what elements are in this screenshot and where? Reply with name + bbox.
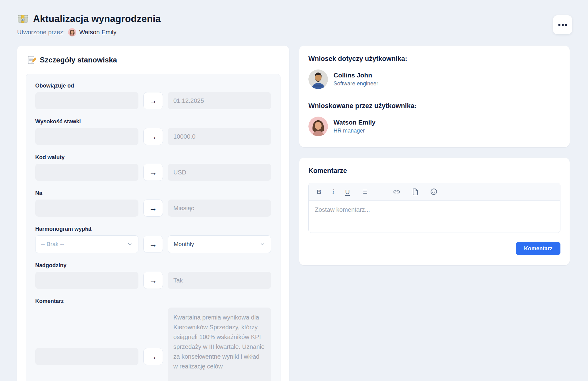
- page-title: Aktualizacja wynagrodzenia: [33, 13, 161, 24]
- comment-editor: B i U: [308, 183, 560, 233]
- editor-toolbar: B i U: [309, 183, 560, 201]
- arrow-right-icon: →: [149, 96, 157, 106]
- requester-user-name: Watson Emily: [334, 119, 375, 126]
- avatar: [68, 28, 76, 36]
- old-value-input[interactable]: [35, 200, 138, 217]
- field-label: Harmonogram wypłat: [35, 226, 271, 232]
- arrow-right-button[interactable]: →: [143, 348, 163, 365]
- chevron-down-icon: [127, 241, 133, 247]
- arrow-right-icon: →: [149, 168, 157, 177]
- new-value-input[interactable]: [168, 272, 271, 289]
- created-by-name: Watson Emily: [79, 29, 117, 36]
- arrow-right-icon: →: [149, 132, 157, 141]
- arrow-right-icon: →: [149, 240, 157, 249]
- comments-title: Komentarze: [308, 167, 560, 175]
- arrow-right-button[interactable]: →: [143, 236, 163, 253]
- select-value: -- Brak --: [41, 241, 64, 248]
- emoji-icon[interactable]: [430, 188, 438, 196]
- new-value-input[interactable]: [168, 200, 271, 217]
- requester-user-row: Watson Emily HR manager: [308, 117, 560, 136]
- requester-heading: Wnioskowane przez użytkownika:: [308, 102, 560, 110]
- target-user-role: Software engineer: [334, 80, 378, 87]
- field-label: Nadgodziny: [35, 262, 271, 269]
- arrow-right-icon: →: [149, 352, 157, 361]
- old-value-input[interactable]: [35, 164, 138, 181]
- link-icon[interactable]: [393, 188, 401, 196]
- new-value-input[interactable]: [168, 128, 271, 145]
- underline-icon[interactable]: U: [345, 188, 350, 196]
- field-effective-date: Obowiązuje od →: [35, 83, 271, 109]
- right-column: Wniosek dotyczy użytkownika: Collins Joh…: [299, 46, 570, 265]
- arrow-right-icon: →: [149, 204, 157, 213]
- arrow-right-button[interactable]: →: [143, 92, 163, 109]
- field-pay-schedule: Harmonogram wypłat -- Brak -- → Monthly: [35, 226, 271, 253]
- created-by-label: Utworzone przez:: [17, 29, 65, 36]
- avatar: [308, 69, 328, 89]
- chevron-down-icon: [260, 241, 265, 247]
- new-value-textarea[interactable]: [168, 308, 271, 381]
- field-label: Wysokość stawki: [35, 118, 271, 125]
- field-rate-amount: Wysokość stawki →: [35, 118, 271, 145]
- field-label: Kod waluty: [35, 154, 271, 161]
- requester-user-role: HR manager: [334, 128, 375, 134]
- ellipsis-icon: [558, 24, 560, 26]
- submit-comment-button[interactable]: Komentarz: [516, 242, 560, 255]
- svg-text:$: $: [22, 18, 24, 21]
- old-value-input[interactable]: [35, 128, 138, 145]
- avatar: [308, 117, 328, 136]
- arrow-right-icon: →: [149, 276, 157, 285]
- old-value-input[interactable]: [35, 92, 138, 109]
- memo-pencil-icon: [27, 55, 36, 65]
- old-value-input[interactable]: [35, 348, 138, 365]
- field-label: Na: [35, 190, 271, 196]
- target-user-heading: Wniosek dotyczy użytkownika:: [308, 55, 560, 63]
- comments-card: Komentarze B i U: [299, 158, 570, 265]
- bullet-list-icon[interactable]: [361, 188, 368, 196]
- banknote-icon: $: [17, 15, 29, 23]
- arrow-right-button[interactable]: →: [143, 272, 163, 289]
- position-details-card: Szczegóły stanowiska Obowiązuje od → Wys…: [17, 46, 289, 381]
- arrow-right-button[interactable]: →: [143, 164, 163, 181]
- details-card-title: Szczegóły stanowiska: [40, 56, 117, 64]
- arrow-right-button[interactable]: →: [143, 128, 163, 145]
- details-panel: Obowiązuje od → Wysokość stawki → Kod wa: [26, 74, 281, 381]
- field-per-period: Na →: [35, 190, 271, 217]
- select-value: Monthly: [174, 241, 194, 248]
- target-user-row: Collins John Software engineer: [308, 69, 560, 89]
- attachment-file-icon[interactable]: [412, 188, 419, 196]
- arrow-right-button[interactable]: →: [143, 200, 163, 217]
- italic-icon[interactable]: i: [332, 188, 334, 196]
- field-currency-code: Kod waluty →: [35, 154, 271, 181]
- field-overtime: Nadgodziny →: [35, 262, 271, 289]
- more-options-button[interactable]: [553, 15, 572, 34]
- field-comment: Komentarz →: [35, 298, 271, 381]
- new-value-input[interactable]: [168, 92, 271, 109]
- main-content: Szczegóły stanowiska Obowiązuje od → Wys…: [0, 46, 588, 381]
- old-value-input[interactable]: [35, 272, 138, 289]
- bold-icon[interactable]: B: [317, 188, 321, 196]
- page-header: $ Aktualizacja wynagrodzenia Utworzone p…: [0, 0, 588, 36]
- request-users-card: Wniosek dotyczy użytkownika: Collins Joh…: [299, 46, 570, 147]
- field-label: Obowiązuje od: [35, 83, 271, 89]
- target-user-name: Collins John: [334, 72, 378, 79]
- new-value-select[interactable]: Monthly: [168, 235, 271, 253]
- field-label: Komentarz: [35, 298, 271, 304]
- old-value-select[interactable]: -- Brak --: [35, 235, 138, 253]
- comment-input[interactable]: [309, 201, 560, 233]
- new-value-input[interactable]: [168, 164, 271, 181]
